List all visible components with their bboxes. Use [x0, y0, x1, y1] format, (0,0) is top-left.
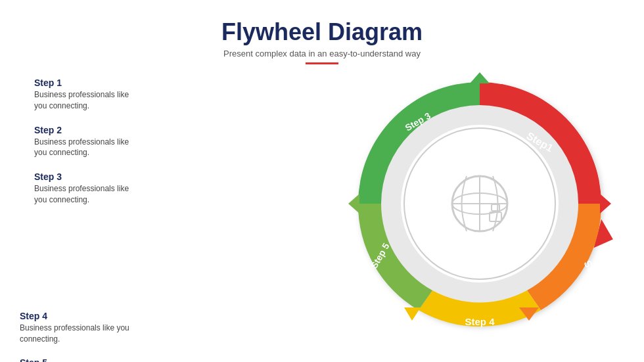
middle-steps-panel: Step 4 Business professionals like you c… — [0, 219, 131, 362]
page-subtitle: Present complex data in an easy-to-under… — [0, 49, 644, 58]
left-steps-panel: Step 1 Business professionals like you c… — [0, 64, 131, 206]
header-divider — [306, 62, 338, 64]
step-1-desc: Business professionals like you connecti… — [34, 89, 131, 112]
step-4-title: Step 4 — [20, 311, 131, 321]
step-1-title: Step 1 — [34, 78, 131, 88]
step4-arrowhead — [348, 194, 359, 214]
step-5-title: Step 5 — [20, 357, 131, 362]
step-3-desc: Business professionals like you connecti… — [34, 183, 131, 206]
step-1-item: Step 1 Business professionals like you c… — [34, 78, 131, 112]
step-2-item: Step 2 Business professionals like you c… — [34, 125, 131, 159]
step-3-title: Step 3 — [34, 171, 131, 182]
step-2-title: Step 2 — [34, 125, 131, 135]
step-3-item: Step 3 Business professionals like you c… — [34, 171, 131, 206]
step-5-item: Step 5 Business professionals like you c… — [20, 357, 131, 362]
step-4-desc: Business professionals like you connecti… — [20, 323, 131, 345]
step2-label: Step 2 — [582, 258, 606, 289]
page-title: Flywheel Diagram — [0, 18, 644, 46]
step3-arrowhead — [404, 307, 421, 321]
page-header: Flywheel Diagram Present complex data in… — [0, 0, 644, 64]
step-4-item: Step 4 Business professionals like you c… — [20, 311, 131, 345]
flywheel-svg: Step1 Step 2 Step 4 Step 5 Step 3 — [329, 66, 631, 342]
step4-diagram-label: Step 4 — [465, 316, 495, 327]
step1-arrowhead — [600, 194, 611, 214]
step5-arrowhead — [470, 72, 490, 83]
step-2-desc: Business professionals like you connecti… — [34, 137, 131, 159]
globe-icon — [452, 176, 507, 231]
flywheel-diagram: Step1 Step 2 Step 4 Step 5 Step 3 — [329, 66, 631, 342]
